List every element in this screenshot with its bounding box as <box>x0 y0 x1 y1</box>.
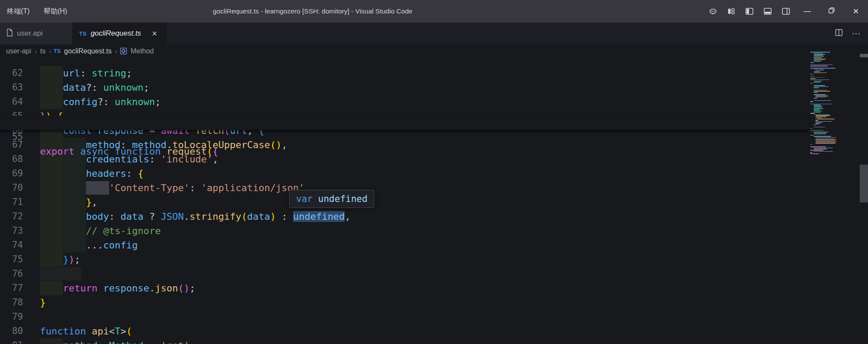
copilot-icon <box>709 7 717 16</box>
line-number[interactable]: 79 <box>0 310 23 324</box>
code-editor[interactable]: 62url: string;63data?: unknown;64config?… <box>0 58 868 344</box>
sticky-scroll-line[interactable]: 55 export async function request({ <box>0 116 809 130</box>
minimap-line <box>810 113 815 114</box>
line-number[interactable]: 73 <box>0 224 23 238</box>
minimap-line <box>815 118 822 119</box>
more-actions-button[interactable]: ⋯ <box>849 26 864 41</box>
code-line-70[interactable]: 70'Content-Type': 'application/json' <box>0 181 809 195</box>
minimap-line <box>814 100 831 101</box>
indent-guide-tint <box>40 209 63 224</box>
minimap-line <box>814 86 828 87</box>
indent-guide-tint <box>63 181 86 195</box>
line-number[interactable]: 76 <box>0 267 23 281</box>
minimap-line <box>810 130 823 131</box>
line-number[interactable]: 63 <box>0 80 23 95</box>
tab-goclirequest[interactable]: TS gocliRequest.ts ✕ <box>73 23 166 44</box>
minimap-line <box>810 146 826 147</box>
code-line-76[interactable]: 76 <box>0 267 809 281</box>
split-editor-icon <box>835 28 843 39</box>
breadcrumb-item-file[interactable]: gocliRequest.ts <box>63 47 112 55</box>
code-line-72[interactable]: 72body: data ? JSON.stringify(data) : un… <box>0 209 809 224</box>
code-line-63[interactable]: 63data?: unknown; <box>0 80 809 95</box>
line-number[interactable]: 77 <box>0 281 23 295</box>
code-line-64[interactable]: 64config?: unknown; <box>0 95 809 109</box>
code-line-80[interactable]: 80function api<T>( <box>0 324 809 338</box>
line-number[interactable]: 75 <box>0 252 23 267</box>
breadcrumb-item-folder[interactable]: ts <box>39 47 46 55</box>
tooltip-value: undefined <box>313 194 367 204</box>
indent-guide-tint <box>63 166 86 181</box>
breadcrumb-separator: › <box>32 48 40 55</box>
menu-help[interactable]: 帮助(H) <box>36 0 74 23</box>
minimap-line <box>814 59 826 60</box>
minimap-line <box>815 139 835 139</box>
copilot-button[interactable] <box>704 0 722 23</box>
indent-guide-tint <box>40 195 63 209</box>
minimap-line <box>810 74 813 75</box>
code-line-78[interactable]: 78} <box>0 295 809 310</box>
breadcrumb-item-folder[interactable]: user-api <box>5 47 32 55</box>
line-number[interactable]: 80 <box>0 324 23 338</box>
breadcrumb-item-symbol[interactable]: Method <box>130 47 155 55</box>
indent-guide-tint <box>40 166 63 181</box>
minimap-line <box>814 69 824 70</box>
minimap-line <box>815 70 823 71</box>
indent-guide-tint <box>63 238 86 252</box>
toggle-secondary-sidebar-button[interactable] <box>777 0 795 23</box>
line-number[interactable]: 78 <box>0 295 23 310</box>
minimize-button[interactable]: — <box>795 0 819 23</box>
code-line-71[interactable]: 71}, <box>0 195 809 209</box>
line-number[interactable]: 81 <box>0 338 23 344</box>
tab-user-api[interactable]: user.api <box>0 23 73 44</box>
typescript-icon: TS <box>79 30 87 37</box>
code-line-69[interactable]: 69headers: { <box>0 166 809 181</box>
toggle-panel-button[interactable] <box>759 0 777 23</box>
minimap[interactable] <box>810 52 845 338</box>
customize-layout-button[interactable] <box>722 0 740 23</box>
line-number[interactable]: 72 <box>0 209 23 224</box>
minimap-line <box>810 83 813 84</box>
split-editor-button[interactable] <box>832 26 846 41</box>
title-bar: 终端(T) 帮助(H) gocliRequest.ts - learngozer… <box>0 0 868 23</box>
minimap-line <box>815 123 820 124</box>
line-number[interactable]: 74 <box>0 238 23 252</box>
indent-guide-tint <box>40 281 63 295</box>
code-line-79[interactable]: 79 <box>0 310 809 324</box>
code-line-75[interactable]: 75}); <box>0 252 809 267</box>
close-tab-icon[interactable]: ✕ <box>150 29 159 38</box>
minimap-line <box>817 119 835 119</box>
minimap-line <box>814 98 817 99</box>
minimap-line <box>814 106 822 107</box>
minimap-line <box>814 114 829 115</box>
toggle-primary-sidebar-button[interactable] <box>740 0 759 23</box>
menu-terminal[interactable]: 终端(T) <box>0 0 36 23</box>
scrollbar-slider[interactable] <box>860 165 868 202</box>
line-number[interactable]: 62 <box>0 66 23 80</box>
line-number[interactable]: 70 <box>0 181 23 195</box>
customize-layout-icon <box>727 7 736 16</box>
code-area[interactable]: 62url: string;63data?: unknown;64config?… <box>0 58 809 344</box>
line-number[interactable]: 64 <box>0 95 23 109</box>
breadcrumb: user-api › ts › TS gocliRequest.ts › Met… <box>0 44 868 58</box>
minimap-line <box>814 73 827 73</box>
close-window-button[interactable]: ✕ <box>844 0 868 23</box>
code-line-74[interactable]: 74...config <box>0 238 809 252</box>
code-line-81[interactable]: 81method: Method = 'get' <box>0 338 809 344</box>
vertical-scrollbar[interactable] <box>859 58 868 344</box>
code-line-77[interactable]: 77return response.json(); <box>0 281 809 295</box>
minimap-line <box>814 105 821 106</box>
scrollbar-top-marker <box>860 54 868 57</box>
minimap-line <box>810 101 813 102</box>
code-line-73[interactable]: 73// @ts-ignore <box>0 224 809 238</box>
minimap-line <box>810 150 823 151</box>
restore-button[interactable] <box>819 0 844 23</box>
whitespace-highlight <box>40 267 81 281</box>
code-line-62[interactable]: 62url: string; <box>0 66 809 80</box>
line-number[interactable]: 71 <box>0 195 23 209</box>
minimap-line <box>814 91 830 92</box>
toggle-secondary-sidebar-icon <box>781 7 791 16</box>
minimap-line <box>815 122 822 123</box>
minimap-line <box>810 77 825 78</box>
minimap-line <box>814 92 818 93</box>
indent-guide-tint <box>40 252 63 267</box>
